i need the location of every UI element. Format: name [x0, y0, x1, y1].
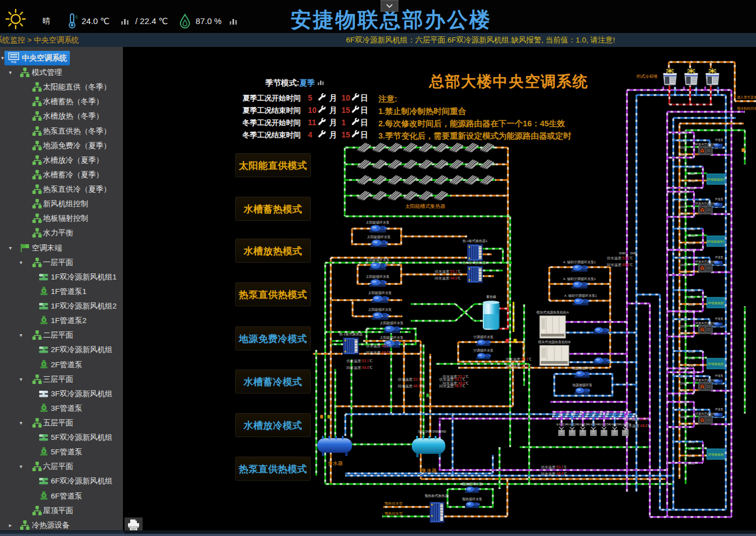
svg-text:进入发生器支管: 进入发生器支管	[737, 95, 756, 99]
svg-text:↓: ↓	[690, 253, 691, 255]
svg-text:回水温度:48.6℃: 回水温度:48.6℃	[346, 366, 372, 370]
svg-text:供水温度:53.1℃: 供水温度:53.1℃	[506, 357, 531, 362]
svg-text:DN50: DN50	[681, 368, 687, 371]
svg-text:DN50: DN50	[681, 257, 687, 260]
svg-text:↓: ↓	[682, 405, 683, 407]
svg-text:冷却塔5#: 冷却塔5#	[598, 423, 610, 426]
svg-text:分水器: 分水器	[328, 461, 343, 466]
svg-text:4F地板辐射: 4F地板辐射	[708, 301, 724, 305]
svg-text:5F地板辐射1: 5F地板辐射1	[707, 240, 724, 244]
svg-text:DN50: DN50	[688, 173, 695, 175]
svg-text:↓: ↓	[690, 314, 691, 317]
svg-text:DN50: DN50	[681, 325, 687, 328]
svg-text:太阳能循环水泵: 太阳能循环水泵	[368, 291, 392, 295]
svg-text:↓: ↓	[682, 329, 683, 331]
svg-text:空调循环水泵: 空调循环水泵	[473, 348, 493, 353]
svg-text:6F新风空调机组: 6F新风空调机组	[695, 143, 715, 146]
svg-text:太阳能循环水泵: 太阳能循环水泵	[366, 258, 389, 262]
svg-text:↓: ↓	[690, 444, 691, 447]
svg-text:冷却塔3#: 冷却塔3#	[577, 423, 589, 426]
svg-text:冷却塔6#: 冷却塔6#	[609, 423, 621, 426]
svg-text:↓: ↓	[682, 386, 683, 388]
svg-text:DN50: DN50	[688, 249, 695, 252]
svg-text:5F地板辐射2: 5F地板辐射2	[707, 178, 724, 182]
svg-text:A. 辅助空调循环水泵1: A. 辅助空调循环水泵1	[563, 277, 596, 281]
svg-text:DN50: DN50	[688, 462, 695, 465]
svg-text:管道泵: 管道泵	[715, 407, 724, 411]
svg-text:↓: ↓	[690, 368, 691, 371]
svg-text:↓: ↓	[682, 195, 683, 197]
svg-text:↓: ↓	[682, 135, 683, 138]
svg-text:DN50: DN50	[681, 401, 687, 404]
svg-text:↓: ↓	[682, 143, 683, 146]
svg-text:↓: ↓	[682, 150, 683, 153]
svg-text:DN50: DN50	[418, 430, 425, 433]
svg-text:管道泵: 管道泵	[715, 374, 724, 378]
svg-text:回水温度:48.6℃: 回水温度:48.6℃	[435, 276, 460, 281]
svg-text:↓: ↓	[682, 209, 683, 212]
svg-text:↓: ↓	[682, 253, 683, 255]
svg-text:1F地板辐射: 1F地板辐射	[708, 453, 724, 457]
svg-text:集水器: 集水器	[421, 468, 437, 473]
svg-text:↓: ↓	[690, 354, 691, 357]
svg-text:DN50: DN50	[425, 430, 432, 433]
svg-text:↓: ↓	[682, 274, 683, 277]
svg-text:DN50: DN50	[681, 199, 687, 202]
svg-text:↓: ↓	[690, 466, 691, 468]
svg-text:太阳能循环水泵: 太阳能循环水泵	[367, 235, 391, 239]
svg-text:↓: ↓	[682, 426, 683, 429]
svg-text:DN50: DN50	[681, 333, 687, 335]
svg-text:↓: ↓	[682, 393, 683, 396]
svg-text:预热板式换热器: 预热板式换热器	[425, 494, 448, 498]
svg-text:预冷机组回水管: 预冷机组回水管	[737, 106, 756, 111]
svg-text:DN50: DN50	[681, 191, 687, 194]
svg-text:2F地板辐射: 2F地板辐射	[708, 362, 724, 366]
svg-text:太阳能循环水泵: 太阳能循环水泵	[380, 321, 403, 325]
svg-text:回水温度:48.6℃: 回水温度:48.6℃	[506, 364, 531, 368]
svg-text:预热循环水泵: 预热循环水泵	[462, 482, 482, 486]
svg-text:预热回水管: 预热回水管	[384, 511, 403, 516]
svg-text:DN50: DN50	[681, 311, 687, 314]
svg-text:DN50: DN50	[688, 235, 695, 238]
svg-text:DN50: DN50	[681, 271, 687, 274]
svg-text:DN50: DN50	[681, 132, 687, 135]
svg-text:DN50: DN50	[681, 382, 687, 385]
svg-text:↓: ↓	[682, 157, 683, 160]
svg-text:太阳能循环水泵: 太阳能循环水泵	[380, 336, 403, 340]
svg-text:↓: ↓	[682, 216, 683, 219]
svg-text:太阳能供水管: 太阳能供水管	[320, 415, 323, 419]
svg-text:供水温度:53.1℃: 供水温度:53.1℃	[435, 269, 460, 274]
svg-text:A. 辅助空调循环水泵1: A. 辅助空调循环水泵1	[563, 260, 596, 264]
svg-text:太阳能循环水泵: 太阳能循环水泵	[366, 275, 389, 279]
svg-text:5F新风空调机组: 5F新风空调机组	[695, 202, 715, 206]
svg-text:回水温度:48.6℃: 回水温度:48.6℃	[398, 384, 424, 388]
svg-text:DN50: DN50	[688, 303, 695, 306]
svg-text:↓: ↓	[682, 379, 683, 382]
svg-text:↓: ↓	[682, 336, 683, 339]
svg-text:模块式地源热泵机组B: 模块式地源热泵机组B	[538, 340, 570, 344]
svg-text:DN50: DN50	[688, 441, 695, 444]
svg-text:↓: ↓	[682, 314, 683, 317]
svg-text:回水温度:48.6℃: 回水温度:48.6℃	[439, 384, 465, 388]
svg-text:DN50: DN50	[688, 455, 695, 458]
svg-text:空调循环水泵: 空调循环水泵	[473, 335, 493, 339]
svg-text:太阳能槽式集热器: 太阳能槽式集热器	[405, 203, 445, 209]
svg-text:DN50: DN50	[681, 154, 687, 156]
svg-text:DN50: DN50	[688, 296, 695, 299]
svg-text:↓: ↓	[682, 371, 683, 374]
svg-text:供水温度:53.1℃: 供水温度:53.1℃	[366, 344, 392, 348]
svg-text:冷却塔2#: 冷却塔2#	[567, 423, 578, 426]
svg-text:管道泵: 管道泵	[715, 317, 724, 321]
svg-text:供水温度:53.1℃: 供水温度:53.1℃	[346, 359, 372, 363]
svg-text:DN50: DN50	[681, 264, 687, 267]
svg-text:地源侧循环泵: 地源侧循环泵	[572, 383, 592, 387]
svg-text:DN50: DN50	[681, 319, 687, 321]
svg-text:DN50: DN50	[432, 430, 439, 433]
svg-text:DN50: DN50	[681, 213, 687, 216]
svg-text:↓: ↓	[690, 183, 691, 186]
svg-text:DN50: DN50	[688, 187, 695, 190]
svg-text:热-1板式换热器: 热-1板式换热器	[339, 333, 362, 336]
svg-text:↓: ↓	[690, 169, 691, 172]
svg-text:DN50: DN50	[688, 228, 695, 231]
svg-text:热-1板式换热器2: 热-1板式换热器2	[463, 261, 488, 265]
